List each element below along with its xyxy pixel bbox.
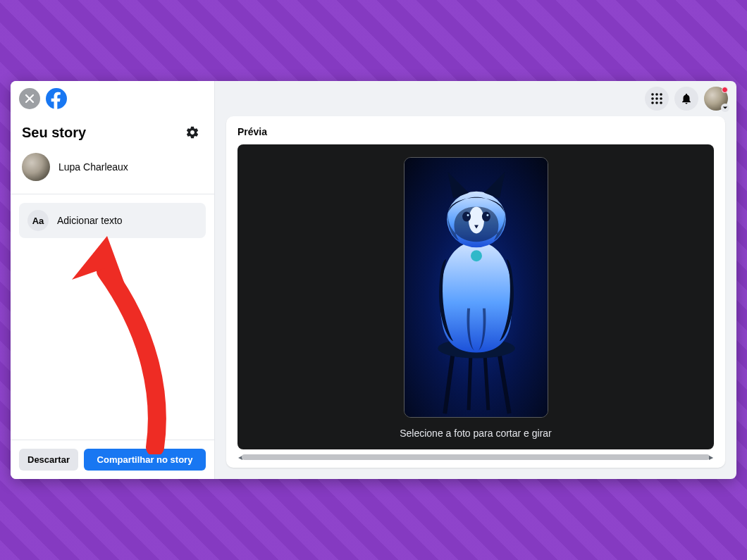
share-story-button[interactable]: Compartilhar no story — [84, 449, 206, 471]
notification-badge — [722, 87, 728, 93]
svg-point-15 — [462, 211, 471, 221]
settings-button[interactable] — [182, 122, 203, 143]
svg-point-18 — [486, 214, 488, 216]
story-title-row: Seu story — [11, 115, 214, 146]
gear-icon — [185, 125, 199, 139]
sidebar: Seu story Lupa Charleaux Aa Adicionar te… — [11, 81, 215, 479]
story-photo[interactable] — [404, 157, 548, 418]
top-icons — [645, 87, 728, 111]
scrollbar-thumb[interactable] — [242, 454, 710, 460]
text-aa-icon: Aa — [27, 210, 49, 231]
svg-point-16 — [481, 211, 490, 221]
preview-title: Prévia — [237, 126, 714, 137]
user-name: Lupa Charleaux — [58, 161, 128, 173]
chevron-down-icon — [721, 104, 729, 112]
discard-button[interactable]: Descartar — [19, 449, 78, 471]
add-text-label: Adicionar texto — [57, 215, 123, 226]
svg-point-7 — [655, 97, 658, 100]
app-window: Seu story Lupa Charleaux Aa Adicionar te… — [11, 81, 736, 479]
preview-stage: Selecione a foto para cortar e girar — [237, 144, 714, 449]
horizontal-scrollbar[interactable]: ◀ ▶ — [237, 454, 714, 461]
page-title: Seu story — [22, 125, 86, 141]
grid-icon — [650, 92, 663, 105]
svg-point-9 — [651, 101, 654, 104]
preview-instruction: Selecione a foto para cortar e girar — [400, 428, 552, 439]
preview-card: Prévia — [226, 116, 725, 468]
facebook-logo-icon[interactable] — [46, 88, 67, 109]
svg-point-4 — [655, 93, 658, 96]
user-avatar[interactable] — [22, 153, 50, 181]
annotation-arrow-icon — [56, 236, 190, 454]
sidebar-header — [11, 81, 214, 115]
svg-point-3 — [651, 93, 654, 96]
svg-point-11 — [660, 101, 662, 104]
scroll-right-icon: ▶ — [708, 454, 714, 461]
svg-point-8 — [660, 97, 662, 100]
svg-point-17 — [467, 214, 469, 216]
sidebar-footer: Descartar Compartilhar no story — [11, 440, 214, 479]
menu-grid-button[interactable] — [645, 87, 669, 111]
add-text-button[interactable]: Aa Adicionar texto — [19, 203, 206, 238]
notifications-button[interactable] — [674, 87, 698, 111]
svg-point-5 — [660, 93, 662, 96]
svg-point-6 — [651, 97, 654, 100]
account-menu-button[interactable] — [704, 87, 728, 111]
main-area: Prévia — [215, 81, 736, 479]
svg-point-10 — [655, 101, 658, 104]
svg-point-19 — [471, 250, 482, 261]
user-row: Lupa Charleaux — [11, 146, 214, 194]
bell-icon — [680, 92, 693, 105]
close-icon — [25, 94, 35, 104]
close-button[interactable] — [19, 88, 40, 109]
